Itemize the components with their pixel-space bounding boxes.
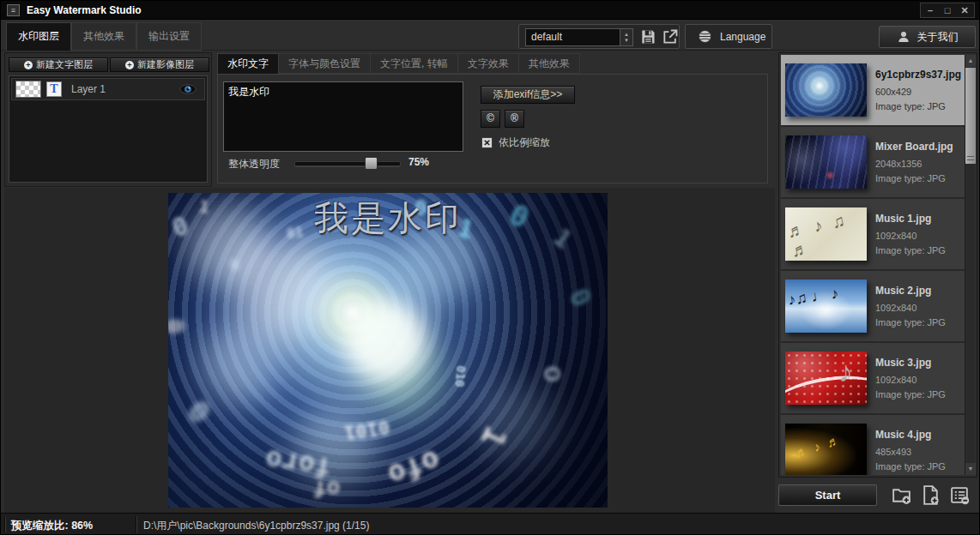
- image-filename: Music 2.jpg: [875, 285, 946, 297]
- export-preset-button[interactable]: [660, 27, 681, 47]
- preset-value: default: [531, 31, 562, 43]
- app-icon: ≡: [7, 4, 20, 16]
- tab-other-effects-sub[interactable]: 其他效果: [519, 53, 580, 74]
- globe-icon: [698, 29, 712, 44]
- layer-list: T Layer 1: [9, 75, 208, 183]
- remove-from-list-button[interactable]: [948, 484, 971, 507]
- opacity-value: 75%: [408, 156, 429, 168]
- image-thumbnail: [785, 63, 867, 117]
- scrollbar-thumb[interactable]: [965, 68, 976, 164]
- image-filename: Music 4.jpg: [875, 429, 946, 441]
- tab-watermark-layers[interactable]: 水印图层: [6, 22, 71, 51]
- opacity-label: 整体透明度: [228, 157, 280, 171]
- save-floppy-icon: [639, 28, 656, 45]
- image-type: Image type: JPG: [875, 317, 946, 328]
- image-filename: Music 3.jpg: [875, 357, 946, 369]
- window-controls: – □ ✕: [920, 3, 975, 18]
- image-type: Image type: JPG: [875, 101, 961, 111]
- about-us-label: 关于我们: [917, 30, 959, 45]
- close-button[interactable]: ✕: [959, 5, 970, 16]
- about-us-button[interactable]: 关于我们: [879, 26, 976, 48]
- tab-text-effects[interactable]: 文字效果: [458, 53, 519, 74]
- image-dimensions: 485x493: [875, 447, 946, 457]
- language-button[interactable]: Language: [685, 24, 772, 49]
- scale-proportionally-checkbox[interactable]: ✕: [481, 137, 493, 148]
- scroll-down-icon[interactable]: ▼: [965, 463, 976, 475]
- image-list-scrollbar[interactable]: ▲ ▼: [965, 55, 975, 475]
- image-dimensions: 2048x1356: [875, 159, 953, 169]
- remove-list-icon: [949, 484, 971, 506]
- image-type: Image type: JPG: [875, 389, 946, 400]
- start-button[interactable]: Start: [778, 484, 877, 506]
- preview-canvas-area: 010101010o1ofoforo000101010of0 我是水印: [4, 188, 775, 513]
- watermark-text-panel: 我是水印 添加exif信息>> © ® ✕ 依比例缩放 整体透明度 75%: [217, 74, 768, 183]
- image-info: Music 2.jpg 1092x840 Image type: JPG: [875, 285, 946, 328]
- preview-image[interactable]: 010101010o1ofoforo000101010of0 我是水印: [168, 193, 608, 508]
- scrollbar-grip: [967, 156, 974, 160]
- scroll-up-icon[interactable]: ▲: [965, 55, 976, 67]
- export-share-icon: [662, 28, 679, 45]
- zoom-value: 86%: [71, 520, 93, 532]
- maximize-button[interactable]: □: [942, 5, 953, 15]
- image-type: Image type: JPG: [875, 245, 946, 255]
- new-text-layer-button[interactable]: + 新建文字图层: [9, 57, 108, 72]
- opacity-slider-handle[interactable]: [365, 157, 378, 170]
- tab-other-effects[interactable]: 其他效果: [71, 22, 136, 51]
- image-list-item[interactable]: Mixer Board.jpg 2048x1356 Image type: JP…: [781, 127, 965, 199]
- tab-watermark-text[interactable]: 水印文字: [217, 53, 279, 74]
- image-info: Mixer Board.jpg 2048x1356 Image type: JP…: [875, 141, 953, 183]
- preset-dropdown[interactable]: default ▲▼: [525, 28, 633, 46]
- watermark-text-input[interactable]: 我是水印: [223, 81, 463, 152]
- watermark-overlay-text: 我是水印: [168, 195, 608, 242]
- image-thumbnail: [785, 280, 867, 333]
- save-preset-button[interactable]: [638, 27, 658, 47]
- titlebar: ≡ Easy Watermark Studio – □ ✕: [1, 1, 979, 20]
- image-list-item[interactable]: Music 1.jpg 1092x840 Image type: JPG: [781, 199, 965, 271]
- image-info: 6y1cpbrz9s37.jpg 600x429 Image type: JPG: [875, 69, 961, 111]
- circle-plus-icon: +: [125, 61, 134, 69]
- add-folder-icon: [891, 484, 912, 506]
- layer-visibility-toggle[interactable]: [179, 84, 197, 94]
- layer-name: Layer 1: [71, 83, 106, 95]
- language-label: Language: [720, 31, 765, 43]
- status-bar: 预览缩放比: 86% D:\用户\pic\Backgrounds\6y1cpbr…: [1, 513, 979, 535]
- new-image-layer-button[interactable]: + 新建影像图层: [110, 57, 209, 72]
- image-info: Music 1.jpg 1092x840 Image type: JPG: [875, 213, 946, 255]
- image-list-item[interactable]: 6y1cpbrz9s37.jpg 600x429 Image type: JPG: [781, 55, 965, 127]
- image-filename: 6y1cpbrz9s37.jpg: [875, 69, 961, 81]
- add-folder-button[interactable]: [890, 484, 913, 507]
- scale-proportionally-label: 依比例缩放: [499, 135, 550, 150]
- preset-group: default ▲▼: [518, 24, 680, 49]
- image-list-panel: 6y1cpbrz9s37.jpg 600x429 Image type: JPG…: [778, 52, 977, 478]
- image-thumbnail: [785, 424, 867, 475]
- image-info: Music 4.jpg 485x493 Image type: JPG: [875, 429, 946, 472]
- add-exif-button[interactable]: 添加exif信息>>: [481, 86, 575, 104]
- statusbar-grip: [4, 517, 6, 532]
- copyright-symbol-button[interactable]: ©: [481, 110, 500, 128]
- image-type: Image type: JPG: [875, 173, 953, 183]
- image-list-item[interactable]: Music 2.jpg 1092x840 Image type: JPG: [781, 271, 965, 343]
- watermark-tabs: 水印文字 字体与颜色设置 文字位置, 转幅 文字效果 其他效果: [217, 53, 580, 74]
- image-list-item[interactable]: Music 3.jpg 1092x840 Image type: JPG: [781, 343, 965, 415]
- new-text-layer-label: 新建文字图层: [36, 58, 93, 71]
- registered-symbol-button[interactable]: ®: [505, 110, 524, 128]
- image-dimensions: 1092x840: [875, 375, 946, 385]
- transparency-checker: [15, 81, 41, 98]
- opacity-slider-track[interactable]: [294, 161, 401, 166]
- preset-spinner[interactable]: ▲▼: [620, 29, 632, 45]
- add-file-icon: [920, 484, 941, 506]
- tab-output-settings[interactable]: 输出设置: [136, 22, 202, 51]
- window-title: Easy Watermark Studio: [27, 4, 142, 16]
- minimize-button[interactable]: –: [925, 5, 935, 15]
- image-filename: Music 1.jpg: [875, 213, 946, 225]
- add-file-button[interactable]: [919, 484, 942, 507]
- layer-row[interactable]: T Layer 1: [11, 78, 205, 100]
- app-window: ≡ Easy Watermark Studio – □ ✕ 水印图层 其他效果 …: [0, 0, 980, 535]
- tab-text-position-rotation[interactable]: 文字位置, 转幅: [371, 53, 458, 74]
- image-dimensions: 1092x840: [875, 231, 946, 241]
- image-list-item[interactable]: Music 4.jpg 485x493 Image type: JPG: [781, 415, 965, 475]
- statusbar-divider: [136, 516, 137, 533]
- tab-font-color-settings[interactable]: 字体与颜色设置: [279, 53, 371, 74]
- image-list: 6y1cpbrz9s37.jpg 600x429 Image type: JPG…: [781, 55, 965, 475]
- image-dimensions: 1092x840: [875, 303, 946, 313]
